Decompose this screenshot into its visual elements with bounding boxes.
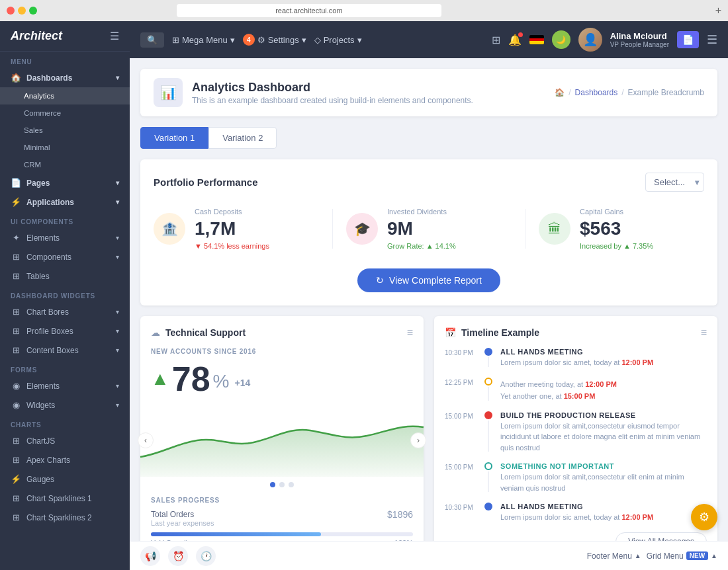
settings-chevron: ▾ [302, 35, 306, 45]
sidebar-item-profile-boxes[interactable]: ⊞ Profile Boxes ▾ [0, 321, 130, 341]
chevron-elements-icon: ▾ [116, 234, 119, 241]
tables-icon: ⊞ [11, 271, 21, 281]
home-icon[interactable]: 🏠 [555, 88, 565, 97]
portfolio-header: Portfolio Performance Select... [154, 173, 704, 192]
chart-next-button[interactable]: › [410, 432, 426, 448]
sidebar-item-commerce[interactable]: Commerce [0, 104, 130, 122]
sidebar-item-sparklines2[interactable]: ⊞ Chart Sparklines 2 [0, 508, 130, 527]
view-messages-button[interactable]: View All Messages [615, 532, 707, 542]
sidebar-label-minimal: Minimal [24, 143, 50, 151]
sales-labels: Total Orders Last year expenses [151, 510, 214, 527]
footer-icon-1[interactable]: 📢 [140, 546, 160, 566]
user-secondary-avatar[interactable]: 🌙 [552, 30, 570, 49]
sidebar-item-chartjs[interactable]: ⊞ ChartJS [0, 431, 130, 450]
footer-menu-button[interactable]: Footer Menu ▲ [587, 551, 641, 561]
sidebar-item-elements[interactable]: ✦ Elements ▾ [0, 228, 130, 247]
language-selector[interactable] [529, 35, 544, 44]
sidebar-item-chart-boxes[interactable]: ⊞ Chart Bores ▾ [0, 302, 130, 321]
sidebar-item-gauges[interactable]: ⚡ Gauges [0, 469, 130, 489]
notifications-button[interactable]: 🔔 [508, 34, 522, 46]
apex-charts-icon: ⊞ [11, 455, 21, 465]
settings-button[interactable]: 4 ⚙ Settings ▾ [243, 34, 306, 46]
sidebar-label-applications: Applications [26, 198, 74, 207]
tl-content-1: ALL HANDS MEETING Lorem ipsum dolor sic … [500, 348, 707, 368]
timeline-widget: 📅 Timeline Example ≡ 10:30 PM [434, 316, 717, 541]
forms-label: FORMS [0, 360, 130, 376]
sidebar-item-pages[interactable]: 📄 Pages ▾ [0, 173, 130, 192]
tl-dot-wrap-1 [484, 348, 492, 368]
chart-prev-button[interactable]: ‹ [138, 432, 154, 448]
view-report-button[interactable]: ↻ View Complete Report [357, 268, 500, 292]
timeline-item-4: 15:00 PM SOMETHING NOT IMPORTANT Lorem i… [445, 462, 707, 493]
sidebar-label-apex-charts: Apex Charts [26, 456, 70, 465]
mega-menu-chevron: ▾ [230, 35, 235, 45]
timeline-list: 10:30 PM ALL HANDS MEETING Lorem ipsum d… [445, 348, 707, 523]
mega-menu-icon: ⊞ [172, 35, 179, 45]
tl-content-3: BUILD THE PRODUCTION RELEASE Lorem ipsum… [500, 411, 707, 454]
tl-desc-3: Lorem ipsum dolor sit amit,consectetur e… [500, 421, 707, 454]
settings-icon: ⚙ [257, 35, 265, 45]
nav-hamburger-button[interactable]: ☰ [707, 32, 717, 47]
footer-icon-2[interactable]: ⏰ [168, 546, 188, 566]
pages-shortcut-button[interactable]: 📄 [677, 31, 699, 48]
sidebar: Architect ☰ MENU 🏠 Dashboards ▾ Analytic… [0, 21, 130, 570]
timeline-menu-icon[interactable]: ≡ [701, 327, 707, 339]
sidebar-item-form-elements[interactable]: ◉ Elements ▾ [0, 376, 130, 395]
cash-deposits-value: 1,7M [195, 218, 269, 239]
applications-icon: ⚡ [11, 197, 21, 207]
invested-icon: 🎓 [346, 213, 378, 245]
search-box[interactable]: 🔍 [140, 32, 164, 48]
chart-dot-1[interactable] [270, 482, 275, 487]
breadcrumb-dashboards[interactable]: Dashboards [575, 88, 618, 97]
ts-accounts-label: NEW ACCOUNTS SINCE 2016 [151, 348, 413, 355]
footer-grid-button[interactable]: Grid Menu NEW ▲ [647, 551, 717, 561]
sidebar-item-minimal[interactable]: Minimal [0, 139, 130, 156]
sidebar-item-form-widgets[interactable]: ◉ Widgets ▾ [0, 395, 130, 415]
sidebar-item-dashboards[interactable]: 🏠 Dashboards ▾ [0, 68, 130, 87]
sidebar-hamburger[interactable]: ☰ [110, 30, 119, 42]
charts-label: CHARTS [0, 415, 130, 431]
tl-line-4 [488, 471, 489, 492]
portfolio-select[interactable]: Select... [645, 173, 704, 192]
timeline-header: 📅 Timeline Example ≡ [445, 327, 707, 339]
sidebar-item-tables[interactable]: ⊞ Tables [0, 266, 130, 286]
widgets-row: ☁ Technical Support ≡ NEW ACCOUNTS SINCE… [140, 316, 717, 541]
sidebar-item-sales[interactable]: Sales [0, 122, 130, 139]
variation-tab-2[interactable]: Variation 2 [208, 127, 277, 149]
sidebar-item-analytics[interactable]: Analytics [0, 87, 130, 104]
tl-title-5: ALL HANDS MEETING [500, 503, 707, 510]
ts-menu-icon[interactable]: ≡ [407, 327, 413, 339]
sidebar-item-content-boxes[interactable]: ⊞ Content Boxes ▾ [0, 341, 130, 360]
form-widgets-icon: ◉ [11, 400, 21, 410]
minimize-dot [18, 7, 26, 15]
sidebar-item-applications[interactable]: ⚡ Applications ▾ [0, 192, 130, 212]
footer-icon-3[interactable]: 🕐 [196, 546, 216, 566]
stat-divider-1 [332, 209, 333, 249]
cash-deposits-label: Cash Deposits [195, 208, 269, 216]
new-tab-button[interactable]: + [715, 5, 721, 17]
sidebar-item-crm[interactable]: CRM [0, 156, 130, 173]
elements-icon: ✦ [11, 233, 21, 243]
maximize-dot [29, 7, 37, 15]
projects-button[interactable]: ◇ Projects ▾ [314, 35, 362, 45]
settings-gear-button[interactable]: ⚙ [691, 504, 717, 530]
user-avatar[interactable]: 👤 [578, 28, 602, 52]
dollar-sign: $ [387, 509, 392, 520]
stats-row: 🏦 Cash Deposits 1,7M ▼ 54.1% less earnin… [154, 202, 704, 255]
chart-boxes-icon: ⊞ [11, 307, 21, 317]
mega-menu-button[interactable]: ⊞ Mega Menu ▾ [172, 35, 235, 45]
chevron-components-icon: ▾ [116, 253, 119, 261]
variation-tab-1[interactable]: Variation 1 [140, 127, 208, 149]
user-role: VP People Manager [610, 41, 669, 48]
sidebar-item-sparklines1[interactable]: ⊞ Chart Sparklines 1 [0, 489, 130, 508]
chart-dot-2[interactable] [279, 482, 285, 487]
sparklines1-icon: ⊞ [11, 493, 21, 503]
sidebar-item-components[interactable]: ⊞ Components ▾ [0, 247, 130, 266]
ts-value-display: ▲ 78 % +14 [151, 359, 413, 399]
sidebar-label-tables: Tables [26, 272, 50, 281]
grid-view-button[interactable]: ⊞ [492, 34, 500, 46]
chart-dot-3[interactable] [289, 482, 294, 487]
sidebar-item-apex-charts[interactable]: ⊞ Apex Charts [0, 450, 130, 469]
invested-value: 9M [387, 218, 456, 239]
page-title: Analytics Dashboard [192, 81, 473, 95]
